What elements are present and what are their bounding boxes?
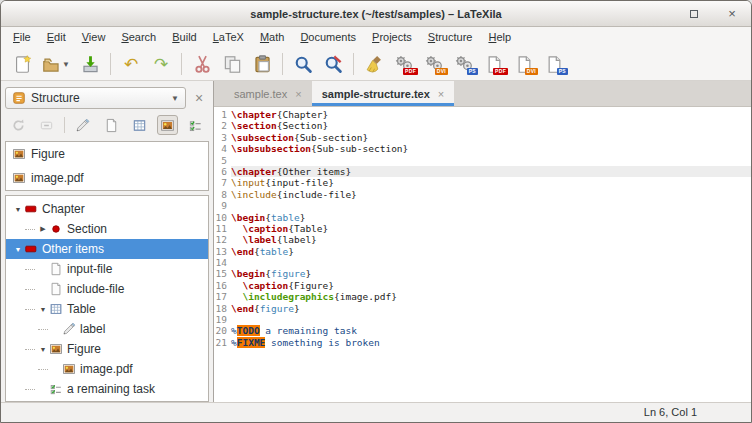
line-number: 12 xyxy=(214,234,231,245)
section-icon xyxy=(49,222,63,236)
find-button[interactable] xyxy=(288,51,318,78)
close-panel-icon: × xyxy=(195,90,203,106)
undo-button[interactable]: ↶ xyxy=(116,51,146,78)
menu-help[interactable]: Help xyxy=(480,27,519,48)
tree-item-image.pdf[interactable]: image.pdf xyxy=(6,359,208,379)
expander-open-icon[interactable]: ▼ xyxy=(12,246,24,253)
pencil-icon xyxy=(62,322,76,336)
toolbar-separator xyxy=(353,53,354,75)
paste-button[interactable] xyxy=(247,51,277,78)
tree-item-label[interactable]: label xyxy=(6,319,208,339)
code-line[interactable]: 12 \label{label} xyxy=(214,234,751,245)
code-line[interactable]: 15\begin{figure} xyxy=(214,268,751,279)
view-document-ps-button[interactable]: PS xyxy=(539,51,569,78)
new-document-button[interactable] xyxy=(7,51,37,78)
menu-build[interactable]: Build xyxy=(164,27,204,48)
cut-button[interactable] xyxy=(187,51,217,78)
tree-item-section[interactable]: ▶Section xyxy=(6,219,208,239)
format-badge: PDF xyxy=(493,68,508,75)
close-button[interactable]: × xyxy=(725,7,739,21)
copy-button[interactable] xyxy=(217,51,247,78)
code-line[interactable]: 13\end{table} xyxy=(214,246,751,257)
panel-selector-combobox[interactable]: Structure ▼ xyxy=(5,87,186,109)
maximize-button[interactable] xyxy=(687,7,701,21)
code-line[interactable]: 11 \caption{Table} xyxy=(214,223,751,234)
build-gears-pdf-button[interactable]: PDF xyxy=(389,51,419,78)
find-replace-button[interactable] xyxy=(318,51,348,78)
cut-icon xyxy=(193,55,212,74)
menu-latex[interactable]: LaTeX xyxy=(205,27,252,48)
code-line[interactable]: 5 xyxy=(214,155,751,166)
menu-search[interactable]: Search xyxy=(113,27,164,48)
tree-item-input-file[interactable]: input-file xyxy=(6,259,208,279)
tab-sample-structure.tex[interactable]: sample-structure.tex× xyxy=(312,81,455,106)
list-item[interactable]: Figure xyxy=(6,142,208,166)
code-line[interactable]: 1\chapter{Chapter} xyxy=(214,109,751,120)
code-line[interactable]: 2\section{Section} xyxy=(214,120,751,131)
close-panel-button[interactable]: × xyxy=(189,91,209,105)
code-line[interactable]: 18\end{figure} xyxy=(214,303,751,314)
code-line[interactable]: 4\subsubsection{Sub-sub-section} xyxy=(214,143,751,154)
structure-tool-file[interactable] xyxy=(100,115,121,135)
list-item[interactable]: image.pdf xyxy=(6,166,208,190)
code-line[interactable]: 10\begin{table} xyxy=(214,212,751,223)
code-line[interactable]: 20%TODO a remaining task xyxy=(214,325,751,336)
code-line[interactable]: 17 \includegraphics{image.pdf} xyxy=(214,291,751,302)
view-document-dvi-button[interactable]: DVI xyxy=(509,51,539,78)
tree-item-chapter[interactable]: ▼Chapter xyxy=(6,199,208,219)
expander-closed-icon[interactable]: ▶ xyxy=(37,225,49,233)
structure-tool-collapse-all[interactable] xyxy=(36,115,57,135)
window-controls: × xyxy=(687,1,739,26)
tree-line xyxy=(25,389,35,390)
code-line-text xyxy=(231,314,751,325)
tree-item-figure[interactable]: ▼Figure xyxy=(6,339,208,359)
build-gears-dvi-button[interactable]: DVI xyxy=(419,51,449,78)
structure-tool-checklist[interactable] xyxy=(185,115,206,135)
code-line[interactable]: 19 xyxy=(214,314,751,325)
code-line[interactable]: 7\input{input-file} xyxy=(214,177,751,188)
tree-item-include-file[interactable]: include-file xyxy=(6,279,208,299)
menu-projects[interactable]: Projects xyxy=(364,27,420,48)
tree-item-table[interactable]: ▼Table xyxy=(6,299,208,319)
tab-close-icon[interactable]: × xyxy=(295,88,301,100)
expander-open-icon[interactable]: ▼ xyxy=(12,206,24,213)
code-line[interactable]: 8\include{include-file} xyxy=(214,189,751,200)
tab-close-icon[interactable]: × xyxy=(438,88,444,100)
save-button[interactable] xyxy=(75,51,105,78)
copy-icon xyxy=(223,55,242,74)
expander-open-icon[interactable]: ▼ xyxy=(37,346,49,353)
tree-item-other-items[interactable]: ▼Other items xyxy=(6,239,208,259)
toolbar-separator xyxy=(181,53,182,75)
code-line[interactable]: 9 xyxy=(214,200,751,211)
code-line[interactable]: 3\subsection{Sub-section} xyxy=(214,132,751,143)
menu-edit[interactable]: Edit xyxy=(39,27,74,48)
structure-tool-table[interactable] xyxy=(129,115,150,135)
toolbar-separator xyxy=(64,117,65,133)
tree-item-label: image.pdf xyxy=(80,362,133,376)
menu-file[interactable]: File xyxy=(5,27,39,48)
menu-documents[interactable]: Documents xyxy=(292,27,364,48)
open-document-button[interactable]: ▼ xyxy=(37,51,75,78)
code-line[interactable]: 6\chapter{Other items} xyxy=(214,166,751,177)
menu-view[interactable]: View xyxy=(74,27,114,48)
menu-math[interactable]: Math xyxy=(252,27,292,48)
menu-structure[interactable]: Structure xyxy=(420,27,481,48)
code-line-text: \label{label} xyxy=(231,234,751,245)
redo-button[interactable]: ↷ xyxy=(146,51,176,78)
structure-tool-refresh[interactable] xyxy=(8,115,29,135)
tree-line xyxy=(38,329,48,330)
code-line[interactable]: 14 xyxy=(214,257,751,268)
clean-build-button[interactable] xyxy=(359,51,389,78)
structure-tree: ▼Chapter▶Section▼Other itemsinput-filein… xyxy=(5,195,209,402)
structure-tool-image[interactable] xyxy=(157,115,178,135)
tab-sample.tex[interactable]: sample.tex× xyxy=(224,81,312,106)
code-line[interactable]: 21%FIXME something is broken xyxy=(214,337,751,348)
code-line[interactable]: 16 \caption{Figure} xyxy=(214,280,751,291)
tree-item-a-remaining-task[interactable]: a remaining task xyxy=(6,379,208,399)
build-gears-ps-button[interactable]: PS xyxy=(449,51,479,78)
code-editor[interactable]: 1\chapter{Chapter}2\section{Section}3\su… xyxy=(214,107,751,402)
view-document-pdf-button[interactable]: PDF xyxy=(479,51,509,78)
side-panel-header: Structure ▼ × xyxy=(5,87,209,109)
structure-tool-pencil[interactable] xyxy=(72,115,93,135)
expander-open-icon[interactable]: ▼ xyxy=(37,306,49,313)
